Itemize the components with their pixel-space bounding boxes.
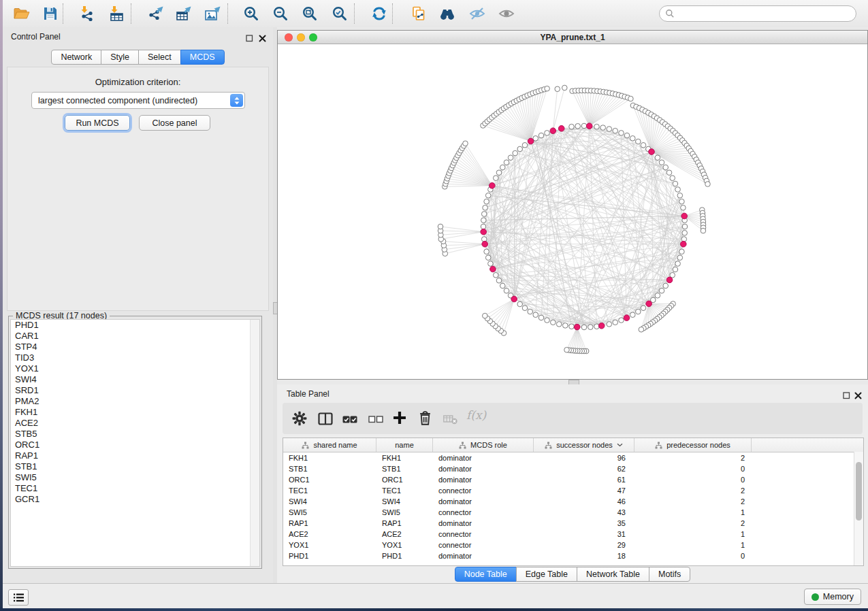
table-row[interactable]: RAP1RAP1dominator352 xyxy=(283,518,863,529)
network-node[interactable] xyxy=(522,143,528,148)
network-node[interactable] xyxy=(545,131,550,136)
network-node[interactable] xyxy=(484,199,489,204)
table-tab-node-table[interactable]: Node Table xyxy=(455,567,517,582)
network-node[interactable] xyxy=(607,127,612,132)
import-table-icon[interactable] xyxy=(108,5,125,22)
network-node[interactable] xyxy=(556,322,562,327)
table-scrollbar-thumb[interactable] xyxy=(856,462,862,521)
table-tab-edge-table[interactable]: Edge Table xyxy=(516,567,577,582)
column-header-mcds-role[interactable]: MCDS role xyxy=(433,438,534,452)
mcds-result-item[interactable]: STP4 xyxy=(11,342,259,352)
column-header-successor-nodes[interactable]: successor nodes xyxy=(534,438,634,452)
delete-column-trash-icon[interactable] xyxy=(419,410,432,428)
column-header-predecessor-nodes[interactable]: predecessor nodes xyxy=(634,438,752,452)
dominator-node[interactable] xyxy=(550,128,556,134)
network-node[interactable] xyxy=(438,224,443,229)
select-all-icon[interactable] xyxy=(342,414,357,427)
table-row[interactable]: PHD1PHD1dominator180 xyxy=(283,550,863,561)
mcds-result-item[interactable]: CAR1 xyxy=(11,331,259,342)
network-node[interactable] xyxy=(681,205,686,211)
network-node[interactable] xyxy=(581,325,587,330)
table-row[interactable]: SWI4SWI4dominator462 xyxy=(283,496,863,507)
network-node[interactable] xyxy=(563,323,568,329)
import-network-icon[interactable] xyxy=(78,5,95,22)
network-window-titlebar[interactable]: YPA_prune.txt_1 xyxy=(278,31,867,44)
network-node[interactable] xyxy=(613,128,618,133)
save-session-icon[interactable] xyxy=(42,5,59,22)
mcds-result-item[interactable]: GCR1 xyxy=(11,494,259,505)
mcds-result-item[interactable]: SWI4 xyxy=(11,374,259,385)
search-input[interactable] xyxy=(675,8,856,19)
network-node[interactable] xyxy=(500,283,506,288)
network-node[interactable] xyxy=(494,273,499,278)
network-node[interactable] xyxy=(588,325,594,330)
mcds-result-item[interactable]: SRD1 xyxy=(11,385,259,396)
dominator-node[interactable] xyxy=(482,241,488,247)
network-node[interactable] xyxy=(619,131,624,136)
network-node[interactable] xyxy=(666,170,672,176)
network-node[interactable] xyxy=(569,324,575,329)
network-node[interactable] xyxy=(528,309,533,314)
network-node[interactable] xyxy=(655,293,660,299)
add-column-icon[interactable] xyxy=(393,411,406,427)
network-node[interactable] xyxy=(641,143,646,148)
refresh-view-icon[interactable] xyxy=(370,5,388,22)
table-row[interactable]: YOX1YOX1connector291 xyxy=(283,540,863,550)
network-node[interactable] xyxy=(624,133,630,138)
dominator-node[interactable] xyxy=(624,315,630,321)
open-file-icon[interactable] xyxy=(12,5,30,22)
table-row[interactable]: FKH1FKH1dominator962 xyxy=(283,452,863,463)
network-node[interactable] xyxy=(663,283,669,288)
mcds-result-item[interactable]: STB5 xyxy=(11,429,259,440)
network-node[interactable] xyxy=(679,249,685,254)
table-row[interactable]: TEC1TEC1connector472 xyxy=(283,485,863,496)
network-node[interactable] xyxy=(539,315,544,320)
mcds-result-item[interactable]: RAP1 xyxy=(11,450,259,461)
export-network-icon[interactable] xyxy=(147,5,165,22)
network-node[interactable] xyxy=(575,124,581,129)
table-row[interactable]: ORC1ORC1dominator610 xyxy=(283,474,863,485)
network-node[interactable] xyxy=(636,139,641,144)
network-node[interactable] xyxy=(522,306,528,311)
table-row[interactable]: STB1STB1dominator620 xyxy=(283,463,863,474)
network-node[interactable] xyxy=(655,155,660,161)
network-node[interactable] xyxy=(679,199,685,204)
dominator-node[interactable] xyxy=(574,324,580,330)
network-node[interactable] xyxy=(701,228,706,233)
network-canvas[interactable] xyxy=(278,44,867,379)
dominator-node[interactable] xyxy=(681,213,688,219)
zoom-out-icon[interactable] xyxy=(272,5,289,22)
run-mcds-button[interactable]: Run MCDS xyxy=(65,115,130,131)
criterion-select[interactable]: largest connected component (undirected) xyxy=(31,92,245,109)
zoom-selected-icon[interactable] xyxy=(331,5,349,22)
network-node[interactable] xyxy=(639,327,644,333)
show-columns-icon[interactable] xyxy=(318,412,333,428)
float-table-panel-icon[interactable] xyxy=(843,390,850,397)
network-node[interactable] xyxy=(673,181,678,186)
close-panel-icon[interactable] xyxy=(259,33,266,40)
table-tab-motifs[interactable]: Motifs xyxy=(649,567,690,582)
network-node[interactable] xyxy=(564,347,570,352)
network-node[interactable] xyxy=(504,160,509,165)
network-node[interactable] xyxy=(630,312,636,318)
network-node[interactable] xyxy=(555,86,560,92)
network-node[interactable] xyxy=(481,212,487,217)
network-node[interactable] xyxy=(682,231,688,236)
close-panel-button[interactable]: Close panel xyxy=(139,115,210,131)
column-header-shared-name[interactable]: shared name xyxy=(283,438,376,452)
network-graph[interactable] xyxy=(278,44,867,379)
dominator-node[interactable] xyxy=(490,266,496,272)
search-box[interactable] xyxy=(659,5,856,22)
table-row[interactable]: SWI5SWI5connector431 xyxy=(283,507,863,518)
network-node[interactable] xyxy=(675,187,681,193)
network-node[interactable] xyxy=(581,123,587,129)
column-header-name[interactable]: name xyxy=(376,438,433,452)
network-node[interactable] xyxy=(613,320,618,325)
network-node[interactable] xyxy=(517,301,523,307)
dominator-node[interactable] xyxy=(558,126,564,132)
table-scrollbar[interactable] xyxy=(854,452,863,565)
table-tab-network-table[interactable]: Network Table xyxy=(577,567,649,582)
network-node[interactable] xyxy=(463,141,468,146)
zoom-in-icon[interactable] xyxy=(242,5,260,22)
network-node[interactable] xyxy=(485,193,491,199)
